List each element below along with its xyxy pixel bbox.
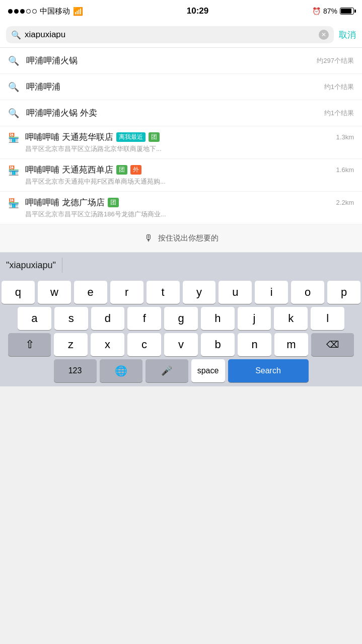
num-key[interactable]: 123 bbox=[54, 359, 97, 382]
place-title-row: 呷哺呷哺 龙德广场店 团 bbox=[25, 197, 332, 208]
key-r[interactable]: r bbox=[110, 281, 143, 304]
key-o[interactable]: o bbox=[291, 281, 324, 304]
status-time: 10:29 bbox=[187, 6, 208, 16]
suggestion-text: 呷浦呷浦火锅 外卖 bbox=[26, 107, 324, 119]
keyboard: q w e r t y u i o p a s d f g h j k l ⇧ … bbox=[0, 278, 362, 386]
key-q[interactable]: q bbox=[2, 281, 35, 304]
key-a[interactable]: a bbox=[18, 307, 51, 330]
battery-icon bbox=[340, 8, 354, 15]
search-icon: 🔍 bbox=[8, 82, 19, 93]
tag-group: 团 bbox=[108, 198, 119, 207]
status-right: ⏰ 87% bbox=[312, 7, 354, 15]
place-address: 昌平区北京市天通苑中苑F区西单商场天通苑购... bbox=[25, 177, 332, 186]
key-d[interactable]: d bbox=[91, 307, 125, 330]
battery-percent: 87% bbox=[323, 7, 337, 15]
key-k[interactable]: k bbox=[274, 307, 308, 330]
globe-key[interactable]: 🌐 bbox=[100, 359, 142, 382]
suggestion-count: 约297个结果 bbox=[317, 56, 354, 65]
suggestion-item[interactable]: 🔍 呷浦呷浦火锅 约297个结果 bbox=[0, 48, 362, 74]
keyboard-row-3: ⇧ z x c v b n m ⌫ bbox=[0, 330, 362, 356]
key-v[interactable]: v bbox=[164, 333, 198, 356]
place-item[interactable]: 🏪 呷哺呷哺 天通苑西单店 团 外 昌平区北京市天通苑中苑F区西单商场天通苑购.… bbox=[0, 159, 362, 192]
search-input-wrapper[interactable]: 🔍 xiapuxiapu ✕ bbox=[6, 26, 334, 43]
suggestion-text: 呷浦呷浦 bbox=[26, 81, 324, 93]
suggestion-item[interactable]: 🔍 呷浦呷浦火锅 外卖 约1个结果 bbox=[0, 100, 362, 126]
delete-key[interactable]: ⌫ bbox=[311, 333, 354, 356]
suggestion-item[interactable]: 🔍 呷浦呷浦 约1个结果 bbox=[0, 74, 362, 100]
tag-group: 团 bbox=[116, 165, 127, 175]
key-z[interactable]: z bbox=[54, 333, 88, 356]
key-i[interactable]: i bbox=[255, 281, 288, 304]
microphone-icon: 🎙 bbox=[144, 233, 153, 244]
ime-suggestion-bar: "xiapuxiapu" bbox=[0, 253, 362, 278]
key-x[interactable]: x bbox=[91, 333, 124, 356]
key-e[interactable]: e bbox=[74, 281, 107, 304]
key-c[interactable]: c bbox=[127, 333, 161, 356]
place-content: 呷哺呷哺 天通苑西单店 团 外 昌平区北京市天通苑中苑F区西单商场天通苑购... bbox=[25, 164, 332, 186]
mic-key[interactable]: 🎤 bbox=[146, 359, 188, 382]
space-key[interactable]: space bbox=[191, 359, 225, 382]
key-p[interactable]: p bbox=[327, 281, 360, 304]
dot2 bbox=[14, 9, 19, 14]
cancel-button[interactable]: 取消 bbox=[339, 29, 356, 41]
key-y[interactable]: y bbox=[183, 281, 216, 304]
search-icon: 🔍 bbox=[11, 30, 21, 40]
place-item[interactable]: 🏪 呷哺呷哺 天通苑华联店 离我最近 团 昌平区北京市昌平区立汤路北京华联商厦地… bbox=[0, 126, 362, 159]
suggestions-list: 🔍 呷浦呷浦火锅 约297个结果 🔍 呷浦呷浦 约1个结果 🔍 呷浦呷浦火锅 外… bbox=[0, 48, 362, 126]
search-input[interactable]: xiapuxiapu bbox=[25, 30, 315, 40]
keyboard-row-4: 123 🌐 🎤 space Search bbox=[0, 356, 362, 386]
tag-delivery: 外 bbox=[130, 165, 141, 175]
place-name: 呷哺呷哺 天通苑华联店 bbox=[25, 131, 113, 143]
search-icon: 🔍 bbox=[8, 108, 19, 119]
key-t[interactable]: t bbox=[147, 281, 180, 304]
place-name: 呷哺呷哺 天通苑西单店 bbox=[25, 164, 113, 176]
places-list: 🏪 呷哺呷哺 天通苑华联店 离我最近 团 昌平区北京市昌平区立汤路北京华联商厦地… bbox=[0, 126, 362, 224]
search-bar: 🔍 xiapuxiapu ✕ 取消 bbox=[0, 22, 362, 48]
status-left: 中国移动 📶 bbox=[8, 7, 83, 16]
place-icon: 🏪 bbox=[8, 132, 19, 143]
battery-fill bbox=[341, 9, 351, 14]
key-m[interactable]: m bbox=[274, 333, 308, 356]
tag-group: 团 bbox=[149, 132, 160, 142]
dot4 bbox=[26, 9, 31, 14]
key-s[interactable]: s bbox=[54, 307, 88, 330]
voice-hint-bar[interactable]: 🎙 按住说出你想要的 bbox=[0, 224, 362, 253]
ime-word[interactable]: "xiapuxiapu" bbox=[6, 260, 56, 271]
key-n[interactable]: n bbox=[238, 333, 271, 356]
place-title-row: 呷哺呷哺 天通苑西单店 团 外 bbox=[25, 164, 332, 176]
status-bar: 中国移动 📶 10:29 ⏰ 87% bbox=[0, 0, 362, 22]
place-title-row: 呷哺呷哺 天通苑华联店 离我最近 团 bbox=[25, 131, 332, 143]
place-address: 昌平区北京市昌平区立汤路北京华联商厦地下... bbox=[25, 144, 332, 153]
key-j[interactable]: j bbox=[238, 307, 271, 330]
key-w[interactable]: w bbox=[38, 281, 71, 304]
place-name: 呷哺呷哺 龙德广场店 bbox=[25, 197, 105, 208]
dot1 bbox=[8, 9, 13, 14]
place-distance: 2.2km bbox=[336, 199, 354, 206]
key-g[interactable]: g bbox=[164, 307, 198, 330]
key-h[interactable]: h bbox=[201, 307, 235, 330]
place-content: 呷哺呷哺 天通苑华联店 离我最近 团 昌平区北京市昌平区立汤路北京华联商厦地下.… bbox=[25, 131, 332, 153]
ime-divider bbox=[62, 258, 62, 273]
key-u[interactable]: u bbox=[219, 281, 252, 304]
key-l[interactable]: l bbox=[311, 307, 344, 330]
place-icon: 🏪 bbox=[8, 198, 19, 209]
shift-key[interactable]: ⇧ bbox=[8, 333, 51, 356]
suggestion-count: 约1个结果 bbox=[324, 109, 354, 118]
place-distance: 1.3km bbox=[336, 133, 354, 141]
clear-button[interactable]: ✕ bbox=[319, 30, 329, 40]
suggestion-text: 呷浦呷浦火锅 bbox=[26, 55, 317, 66]
tag-nearest: 离我最近 bbox=[116, 132, 146, 142]
search-key[interactable]: Search bbox=[228, 359, 309, 382]
carrier-label: 中国移动 bbox=[40, 7, 70, 16]
place-item[interactable]: 🏪 呷哺呷哺 龙德广场店 团 昌平区北京市昌平区立汤路186号龙德广场商业...… bbox=[0, 192, 362, 224]
key-f[interactable]: f bbox=[127, 307, 161, 330]
place-distance: 1.6km bbox=[336, 166, 354, 174]
suggestion-count: 约1个结果 bbox=[324, 83, 354, 92]
keyboard-row-2: a s d f g h j k l bbox=[0, 304, 362, 330]
dot5 bbox=[32, 9, 37, 14]
wifi-icon: 📶 bbox=[73, 7, 83, 16]
key-b[interactable]: b bbox=[201, 333, 235, 356]
keyboard-row-1: q w e r t y u i o p bbox=[0, 278, 362, 304]
voice-hint-text: 按住说出你想要的 bbox=[158, 233, 219, 243]
signal-dots bbox=[8, 9, 37, 14]
